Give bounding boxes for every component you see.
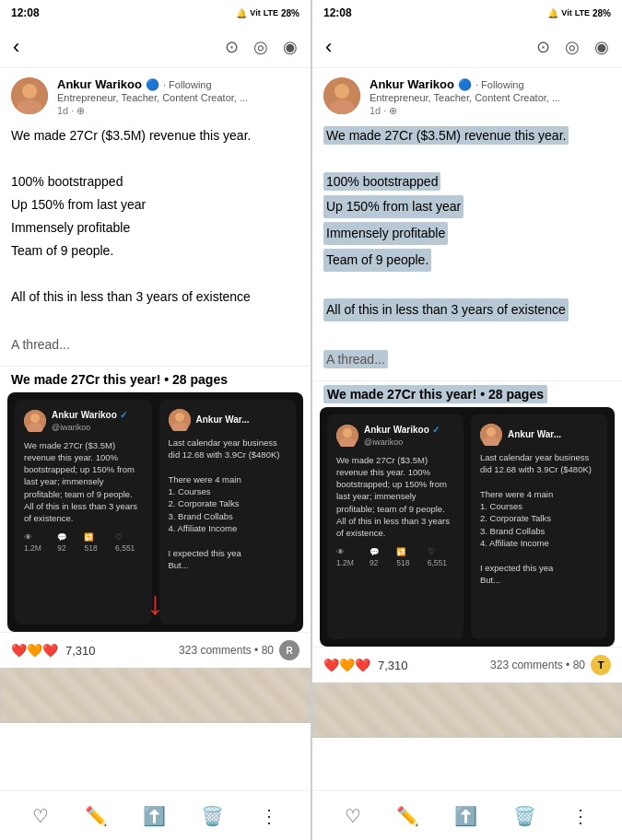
right-card2-author: Ankur War... xyxy=(508,428,561,441)
right-panel: 12:08 🔔 Vit LTE 28% ‹ ⊙ ◎ ◉ xyxy=(311,0,622,840)
left-card1-author: Ankur Warikoo ✓ xyxy=(52,409,127,422)
left-blur-content xyxy=(0,668,311,723)
right-reaction-count: 7,310 xyxy=(378,659,408,672)
left-card1-text: We made 27Cr ($3.5M) revenue this year. … xyxy=(24,439,143,525)
camera-icon-left[interactable]: ⊙ xyxy=(225,37,239,57)
right-heart-button[interactable]: ♡ xyxy=(345,805,361,827)
back-button-left[interactable]: ‹ xyxy=(13,35,19,59)
left-card2-author: Ankur War... xyxy=(196,414,250,426)
right-following-badge: · Following xyxy=(475,79,524,90)
right-reaction-right: 323 comments • 80 T xyxy=(490,655,611,675)
left-bottom-blur xyxy=(0,668,311,723)
right-nav-icons: ⊙ ◎ ◉ xyxy=(536,37,609,57)
left-line-blank1 xyxy=(11,149,299,169)
right-line8-wrap: All of this in less than 3 years of exis… xyxy=(323,298,611,321)
battery-left: 28% xyxy=(281,8,299,18)
target-icon-left[interactable]: ◉ xyxy=(283,37,298,57)
left-reaction-count: 7,310 xyxy=(65,644,96,658)
right-status-bar: 12:08 🔔 Vit LTE 28% xyxy=(312,0,622,26)
right-card2-text: Last calendar year business did 12.68 wi… xyxy=(480,451,598,586)
right-line8-highlight: All of this in less than 3 years of exis… xyxy=(323,298,569,321)
right-card1-handle: @iwarikoo xyxy=(364,437,440,449)
right-author-name: Ankur Warikoo xyxy=(370,77,454,91)
right-bottom-blur xyxy=(312,682,622,738)
left-line6: Team of 9 people. xyxy=(11,241,299,261)
left-card2-author-block: Ankur War... xyxy=(196,414,250,426)
right-thread-highlight: A thread... xyxy=(323,350,388,368)
right-card1-text: We made 27Cr ($3.5M) revenue this year. … xyxy=(336,454,454,540)
left-avatar xyxy=(11,77,48,114)
battery-right: 28% xyxy=(593,8,611,18)
left-avatar-img xyxy=(11,77,48,114)
left-verified-icon: 🔵 xyxy=(146,78,159,91)
left-card1-author-block: Ankur Warikoo ✓ @iwarikoo xyxy=(52,409,127,434)
notification-icon: 🔔 xyxy=(236,8,247,18)
left-author-bio: Entrepreneur, Teacher, Content Creator, … xyxy=(57,92,299,103)
right-card1-author-block: Ankur Warikoo ✓ @iwarikoo xyxy=(364,424,440,449)
right-bottom-toolbar: ♡ ✏️ ⬆️ 🗑️ ⋮ xyxy=(312,790,622,840)
eye-icon-left[interactable]: ◎ xyxy=(253,37,268,57)
left-card1-stat2: 💬 92 xyxy=(57,532,76,554)
right-card-2: Ankur War... Last calendar year business… xyxy=(471,414,607,639)
right-post-header: Ankur Warikoo 🔵 · Following Entrepreneur… xyxy=(312,68,622,122)
right-card2-avatar xyxy=(480,424,502,446)
right-line5-highlight: Immensely profitable xyxy=(323,222,448,245)
target-icon-right[interactable]: ◉ xyxy=(594,37,609,57)
right-line5-wrap: Immensely profitable xyxy=(323,222,611,245)
right-trash-button[interactable]: 🗑️ xyxy=(513,805,536,827)
svg-point-13 xyxy=(343,428,352,438)
right-card1-stats: 👁 1.2M 💬 92 🔁 518 ♡ 6,551 xyxy=(336,547,454,569)
left-reactions-row: ❤️🧡❤️ 7,310 323 comments • 80 R xyxy=(0,632,311,668)
right-verified-icon: 🔵 xyxy=(458,78,472,91)
right-reactions-row: ❤️🧡❤️ 7,310 323 comments • 80 T xyxy=(312,647,622,682)
back-button-right[interactable]: ‹ xyxy=(325,35,332,59)
left-thread-cards: Ankur Warikoo ✓ @iwarikoo We made 27Cr (… xyxy=(7,392,303,632)
svg-point-4 xyxy=(30,414,40,423)
right-line6-highlight: Team of 9 people. xyxy=(323,249,431,272)
eye-icon-right[interactable]: ◎ xyxy=(565,37,580,57)
left-reaction-right: 323 comments • 80 R xyxy=(179,640,299,660)
left-post-body: We made 27Cr ($3.5M) revenue this year. … xyxy=(0,122,311,366)
right-card1-stat2: 💬 92 xyxy=(370,547,389,569)
screen-container: 12:08 🔔 Vit LTE 28% ‹ ⊙ ◎ ◉ xyxy=(0,0,622,840)
right-comments-text: 323 comments • 80 xyxy=(490,659,585,671)
right-line-blank1 xyxy=(323,149,611,169)
right-line6-wrap: Team of 9 people. xyxy=(323,249,611,272)
left-bottom-toolbar: ♡ ✏️ ⬆️ 🗑️ ⋮ xyxy=(0,790,311,840)
right-top-nav: ‹ ⊙ ◎ ◉ xyxy=(312,26,622,68)
left-reaction-emojis: ❤️🧡❤️ xyxy=(11,643,58,658)
left-card1-stat3: 🔁 518 xyxy=(84,532,108,554)
left-status-bar: 12:08 🔔 Vit LTE 28% xyxy=(0,0,311,26)
left-card1-stat4: ♡ 6,551 xyxy=(115,532,142,554)
left-edit-button[interactable]: ✏️ xyxy=(85,805,108,827)
right-wifi-icon: LTE xyxy=(575,8,590,18)
right-avatar xyxy=(323,77,360,114)
left-panel: 12:08 🔔 Vit LTE 28% ‹ ⊙ ◎ ◉ xyxy=(0,0,311,840)
right-line4-wrap: Up 150% from last year xyxy=(323,195,611,218)
left-following-badge: · Following xyxy=(163,79,212,90)
right-edit-button[interactable]: ✏️ xyxy=(396,805,419,827)
left-heart-button[interactable]: ♡ xyxy=(32,805,49,827)
right-blur-content xyxy=(312,682,622,738)
left-status-icons: 🔔 Vit LTE 28% xyxy=(236,8,299,18)
left-share-button[interactable]: ⬆️ xyxy=(143,805,166,827)
left-line-blank2 xyxy=(11,264,299,284)
left-line5: Immensely profitable xyxy=(11,218,299,238)
left-line3: 100% bootstrapped xyxy=(11,172,299,192)
left-more-button[interactable]: ⋮ xyxy=(260,805,278,827)
left-author-info: Ankur Warikoo 🔵 · Following Entrepreneur… xyxy=(57,77,299,117)
right-time: 12:08 xyxy=(323,6,352,19)
left-post-time: 1d · ⊕ xyxy=(57,105,85,117)
right-more-button[interactable]: ⋮ xyxy=(571,805,590,827)
right-share-button[interactable]: ⬆️ xyxy=(454,805,477,827)
left-post-header: Ankur Warikoo 🔵 · Following Entrepreneur… xyxy=(0,68,311,122)
left-card1-avatar xyxy=(24,410,46,432)
left-section-header: We made 27Cr this year! • 28 pages xyxy=(0,366,311,392)
left-trash-button[interactable]: 🗑️ xyxy=(201,805,224,827)
right-card2-header: Ankur War... xyxy=(480,424,598,446)
camera-icon-right[interactable]: ⊙ xyxy=(536,37,550,57)
left-card1-stats: 👁 1.2M 💬 92 🔁 518 ♡ 6,551 xyxy=(24,532,143,554)
left-card1-header: Ankur Warikoo ✓ @iwarikoo xyxy=(24,409,143,434)
right-post-body: We made 27Cr ($3.5M) revenue this year. … xyxy=(312,122,622,380)
left-card2-avatar xyxy=(169,409,191,431)
